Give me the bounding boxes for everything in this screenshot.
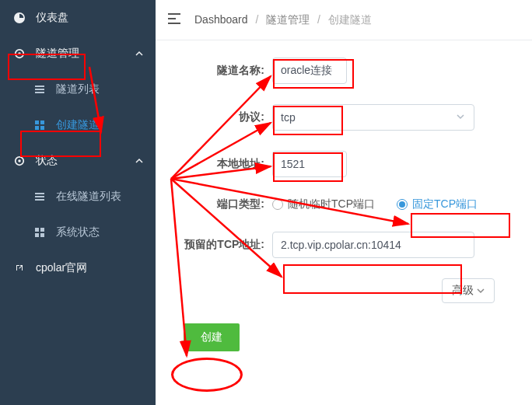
svg-rect-6 <box>40 120 44 124</box>
grid-icon <box>33 120 47 130</box>
breadcrumb-tunnel-mgmt[interactable]: 隧道管理 <box>266 13 310 26</box>
svg-rect-17 <box>40 233 44 237</box>
svg-rect-15 <box>40 228 44 232</box>
svg-rect-20 <box>168 23 180 24</box>
reserved-tcp-input[interactable] <box>272 232 474 258</box>
sidebar-item-status[interactable]: 状态 <box>0 143 156 179</box>
svg-rect-13 <box>35 199 44 201</box>
tunnel-name-input[interactable] <box>272 58 347 84</box>
dashboard-icon <box>12 12 26 23</box>
sidebar-label: 在线隧道列表 <box>56 190 121 204</box>
sidebar-label: 状态 <box>36 154 58 168</box>
local-addr-input[interactable] <box>272 151 347 177</box>
sidebar-label: 创建隧道 <box>56 118 100 132</box>
breadcrumb: Dashboard / 隧道管理 / 创建隧道 <box>194 13 372 27</box>
sidebar-item-tunnel-list[interactable]: 隧道列表 <box>0 72 156 107</box>
svg-rect-12 <box>35 196 44 197</box>
sidebar-item-tunnel-mgmt[interactable]: 隧道管理 <box>0 36 156 72</box>
sidebar-item-online-tunnel-list[interactable]: 在线隧道列表 <box>0 179 156 215</box>
list-icon <box>33 85 47 94</box>
sidebar-label: cpolar官网 <box>36 261 87 275</box>
port-type-random-radio[interactable]: 随机临时TCP端口 <box>272 197 375 211</box>
protocol-label: 协议: <box>156 110 272 124</box>
svg-rect-4 <box>35 92 44 93</box>
sidebar-label: 隧道管理 <box>36 47 79 61</box>
sidebar-item-system-status[interactable]: 系统状态 <box>0 215 156 250</box>
breadcrumb-dashboard[interactable]: Dashboard <box>194 13 248 26</box>
svg-rect-14 <box>35 228 39 232</box>
list-icon <box>33 192 47 201</box>
port-type-fixed-radio[interactable]: 固定TCP端口 <box>397 197 478 211</box>
svg-rect-2 <box>35 86 44 87</box>
main-content: Dashboard / 隧道管理 / 创建隧道 隧道名称: 协议: 本地地址: <box>156 0 532 405</box>
svg-rect-7 <box>35 126 39 130</box>
port-type-label: 端口类型: <box>156 197 272 211</box>
advanced-button[interactable]: 高级 <box>442 278 495 303</box>
sidebar: 仪表盘 隧道管理 隧道列表 创建隧道 状态 在线隧道 <box>0 0 156 405</box>
sidebar-label: 仪表盘 <box>36 11 68 25</box>
svg-rect-3 <box>35 89 44 90</box>
topbar: Dashboard / 隧道管理 / 创建隧道 <box>156 0 532 40</box>
svg-rect-19 <box>168 18 176 19</box>
svg-rect-18 <box>168 13 180 15</box>
chevron-up-icon <box>135 47 143 60</box>
svg-point-1 <box>18 52 21 55</box>
svg-rect-11 <box>35 193 44 194</box>
sidebar-label: 系统状态 <box>56 225 100 239</box>
svg-rect-16 <box>35 233 39 237</box>
reserved-tcp-label: 预留的TCP地址: <box>156 238 272 252</box>
target-icon <box>12 48 26 59</box>
svg-rect-5 <box>35 120 39 124</box>
sidebar-item-dashboard[interactable]: 仪表盘 <box>0 0 156 36</box>
sidebar-item-create-tunnel[interactable]: 创建隧道 <box>0 107 156 143</box>
protocol-select[interactable] <box>272 104 474 131</box>
grid-icon <box>33 228 47 237</box>
breadcrumb-create-tunnel: 创建隧道 <box>328 13 372 26</box>
hamburger-icon[interactable] <box>168 13 180 26</box>
chevron-up-icon <box>135 155 143 167</box>
svg-point-10 <box>18 159 21 162</box>
sidebar-label: 隧道列表 <box>56 82 100 96</box>
create-tunnel-form: 隧道名称: 协议: 本地地址: 端口类型: 随机临时TCP端口 <box>156 40 532 351</box>
create-button[interactable]: 创建 <box>184 323 240 351</box>
svg-rect-8 <box>40 126 44 130</box>
status-icon <box>12 155 26 166</box>
sidebar-item-cpolar-site[interactable]: cpolar官网 <box>0 250 156 286</box>
tunnel-name-label: 隧道名称: <box>156 64 272 78</box>
local-addr-label: 本地地址: <box>156 157 272 171</box>
external-link-icon <box>12 264 26 273</box>
